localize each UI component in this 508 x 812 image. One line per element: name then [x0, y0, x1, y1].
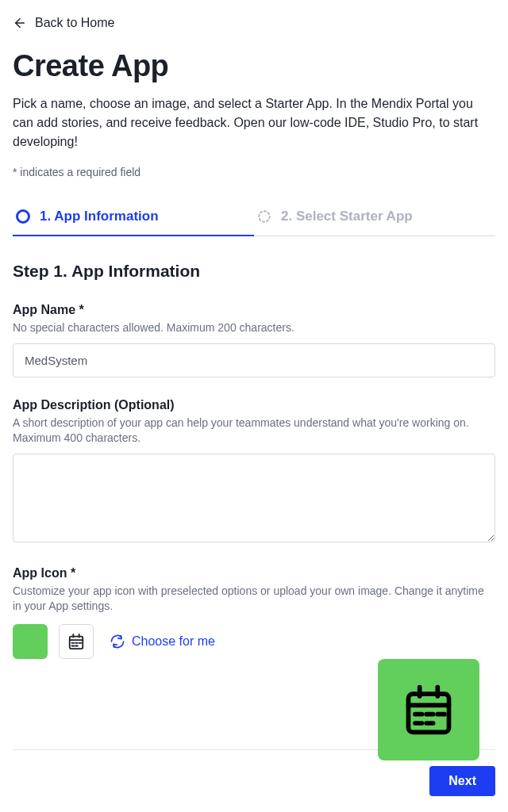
wizard-tabs: 1. App Information 2. Select Starter App — [13, 201, 495, 236]
tab-label: 1. App Information — [40, 209, 159, 224]
app-icon-label: App Icon * — [13, 566, 495, 580]
svg-point-1 — [259, 211, 270, 222]
refresh-icon — [110, 634, 125, 649]
color-swatch[interactable] — [13, 624, 48, 659]
field-app-name: App Name * No special characters allowed… — [13, 303, 495, 377]
step-indicator-active-icon — [16, 209, 30, 224]
app-icon-help: Customize your app icon with preselected… — [13, 584, 495, 614]
icon-picker-button[interactable] — [59, 624, 94, 659]
app-name-label: App Name * — [13, 303, 495, 317]
calendar-icon — [402, 683, 456, 737]
field-app-description: App Description (Optional) A short descr… — [13, 398, 495, 546]
app-description-label: App Description (Optional) — [13, 398, 495, 412]
arrow-left-icon — [13, 16, 27, 30]
calendar-icon — [67, 633, 85, 650]
tab-app-information[interactable]: 1. App Information — [13, 201, 254, 236]
app-name-help: No special characters allowed. Maximum 2… — [13, 320, 495, 335]
required-note: * indicates a required field — [13, 166, 495, 178]
next-button[interactable]: Next — [429, 766, 495, 796]
tab-label: 2. Select Starter App — [281, 209, 413, 224]
back-to-home-link[interactable]: Back to Home — [13, 16, 114, 30]
app-description-input[interactable] — [13, 454, 495, 542]
step-indicator-pending-icon — [257, 209, 271, 224]
choose-for-me-label: Choose for me — [132, 634, 215, 649]
icon-options-row: Choose for me — [13, 624, 495, 659]
choose-for-me-button[interactable]: Choose for me — [110, 634, 215, 649]
wizard-footer: Next — [13, 766, 495, 796]
app-name-input[interactable] — [13, 343, 495, 377]
step-title: Step 1. App Information — [13, 262, 495, 281]
field-app-icon: App Icon * Customize your app icon with … — [13, 566, 495, 728]
app-icon-preview — [378, 659, 479, 760]
tab-select-starter-app: 2. Select Starter App — [254, 201, 495, 236]
app-description-help: A short description of your app can help… — [13, 416, 495, 446]
page-lead: Pick a name, choose an image, and select… — [13, 94, 495, 151]
page-title: Create App — [13, 49, 495, 83]
back-label: Back to Home — [35, 16, 114, 30]
